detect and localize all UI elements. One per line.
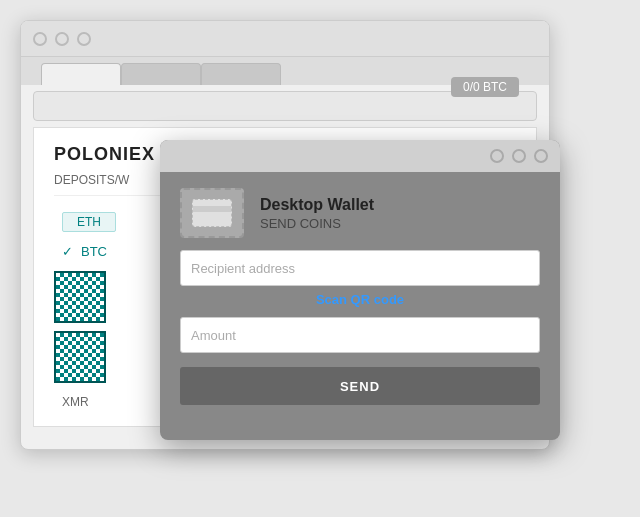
recipient-address-input[interactable] [180, 250, 540, 286]
fg-body: Scan QR code SEND [160, 250, 560, 421]
bg-tab-1[interactable] [121, 63, 201, 85]
fg-title-block: Desktop Wallet SEND COINS [260, 196, 540, 231]
btc-label: BTC [81, 244, 107, 259]
fg-header: Desktop Wallet SEND COINS [160, 172, 560, 250]
eth-badge[interactable]: ETH [62, 212, 116, 232]
btc-balance-badge: 0/0 BTC [451, 77, 519, 97]
btc-checkmark: ✓ [62, 244, 73, 259]
scan-qr-link[interactable]: Scan QR code [180, 292, 540, 307]
amount-input[interactable] [180, 317, 540, 353]
send-button[interactable]: SEND [180, 367, 540, 405]
fg-circle-3 [534, 149, 548, 163]
bg-tab-2[interactable] [201, 63, 281, 85]
wallet-icon-wrap [180, 188, 244, 238]
qr-code-2 [54, 331, 106, 383]
bg-titlebar [21, 21, 549, 57]
fg-circle-1 [490, 149, 504, 163]
qr-code-1 [54, 271, 106, 323]
send-coins-dialog: Desktop Wallet SEND COINS Scan QR code S… [160, 140, 560, 440]
fg-circle-2 [512, 149, 526, 163]
bg-tab-active[interactable] [41, 63, 121, 85]
fg-titlebar [160, 140, 560, 172]
dialog-title: Desktop Wallet [260, 196, 540, 214]
bg-circle-1 [33, 32, 47, 46]
bg-circle-3 [77, 32, 91, 46]
wallet-card-icon [192, 199, 232, 227]
dialog-subtitle: SEND COINS [260, 216, 540, 231]
bg-circle-2 [55, 32, 69, 46]
